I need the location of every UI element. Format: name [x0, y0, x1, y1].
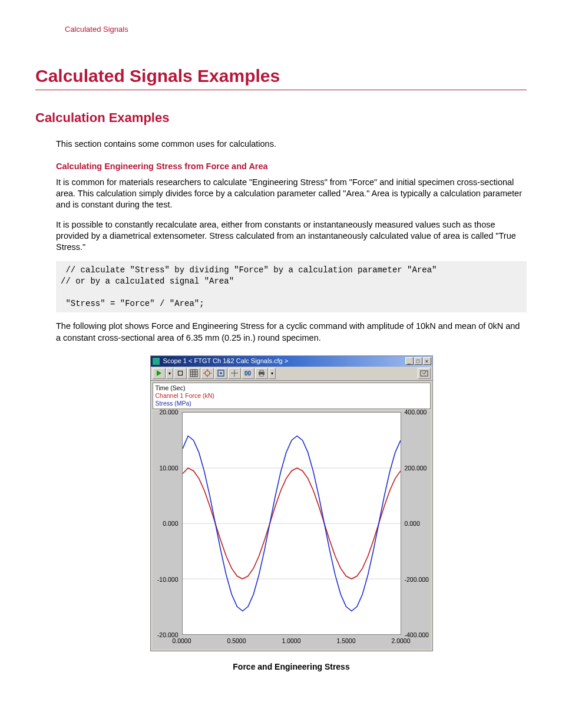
print-dropdown[interactable]: ▾ [269, 368, 276, 379]
y-tick-right: 200.000 [402, 465, 429, 472]
paragraph: The following plot shows Force and Engin… [56, 321, 527, 343]
legend-force: Channel 1 Force (kN) [156, 392, 428, 400]
close-button[interactable]: × [423, 357, 431, 365]
grid-button[interactable] [187, 368, 200, 379]
chevron-down-icon: ▾ [168, 371, 171, 376]
heading-3: Calculating Engineering Stress from Forc… [56, 162, 527, 171]
y-tick-right: 0.000 [402, 520, 429, 527]
y-axis-left: 20.00010.0000.000-10.000-20.000 [154, 412, 181, 635]
minimize-button[interactable]: _ [405, 357, 414, 365]
stop-icon [178, 371, 183, 375]
y-tick-left: 0.000 [154, 520, 181, 527]
svg-rect-4 [260, 370, 263, 372]
export-icon [420, 369, 428, 377]
svg-rect-6 [421, 371, 428, 376]
paragraph: It is common for materials researchers t… [56, 177, 527, 210]
y-tick-left: 10.000 [154, 465, 181, 472]
grid-icon [190, 369, 198, 377]
print-icon [257, 369, 266, 377]
y-tick-right: 400.000 [402, 409, 429, 416]
x-tick: 1.5000 [336, 637, 355, 644]
scope-plot: 20.00010.0000.000-10.000-20.000 400.0002… [153, 411, 431, 649]
pan-icon [230, 369, 239, 377]
figure-caption: Force and Engineering Stress [56, 662, 527, 671]
paragraph: It is possible to constantly recalculate… [56, 219, 527, 253]
scope-legend: Time (Sec) Channel 1 Force (kN) Stress (… [153, 383, 431, 409]
reset-zoom-label: 00 [244, 370, 251, 377]
running-header: Calculated Signals [65, 25, 527, 34]
app-icon [153, 358, 160, 365]
x-tick: 1.0000 [282, 637, 300, 644]
window-titlebar[interactable]: Scope 1 < FTGT Ch 1&2 Calc Signals.cfg >… [151, 356, 432, 367]
print-button[interactable] [255, 368, 268, 379]
zoom-box-button[interactable] [214, 368, 227, 379]
y-axis-right: 400.000200.0000.000-200.000-400.000 [402, 412, 429, 635]
x-tick: 2.0000 [391, 637, 410, 644]
reset-zoom-button[interactable]: 00 [242, 368, 254, 379]
svg-point-1 [205, 371, 210, 375]
window-title-text: Scope 1 < FTGT Ch 1&2 Calc Signals.cfg > [163, 357, 289, 364]
chart-canvas[interactable] [182, 412, 401, 635]
zoom-target-button[interactable] [201, 368, 214, 379]
legend-time: Time (Sec) [156, 384, 428, 392]
chevron-down-icon: ▾ [271, 371, 273, 376]
play-icon [157, 370, 161, 376]
heading-1: Calculated Signals Examples [35, 66, 527, 90]
window-title: Scope 1 < FTGT Ch 1&2 Calc Signals.cfg > [153, 357, 289, 365]
y-tick-right: -200.000 [402, 576, 429, 583]
heading-2: Calculation Examples [35, 110, 527, 126]
x-axis: 0.00000.50001.00001.50002.0000 [182, 636, 401, 648]
pan-button[interactable] [228, 368, 241, 379]
scope-window: Scope 1 < FTGT Ch 1&2 Calc Signals.cfg >… [150, 355, 433, 651]
play-button[interactable] [153, 368, 166, 379]
x-tick: 0.0000 [172, 637, 191, 644]
y-tick-left: 20.000 [154, 409, 181, 416]
svg-rect-5 [260, 374, 263, 376]
stop-button[interactable] [174, 368, 187, 379]
code-block: // calculate "Stress" by dividing "Force… [56, 261, 527, 313]
intro-paragraph: This section contains some common uses f… [56, 139, 527, 150]
play-dropdown[interactable]: ▾ [166, 368, 173, 379]
legend-stress: Stress (MPa) [156, 400, 428, 407]
zoom-target-icon [203, 369, 211, 377]
x-tick: 0.5000 [227, 637, 246, 644]
zoom-box-icon [217, 369, 225, 377]
scope-toolbar: ▾ 00 [151, 367, 432, 381]
export-button[interactable] [418, 368, 431, 379]
y-tick-left: -10.000 [154, 576, 181, 583]
maximize-button[interactable]: □ [414, 357, 422, 365]
svg-rect-0 [190, 370, 197, 377]
